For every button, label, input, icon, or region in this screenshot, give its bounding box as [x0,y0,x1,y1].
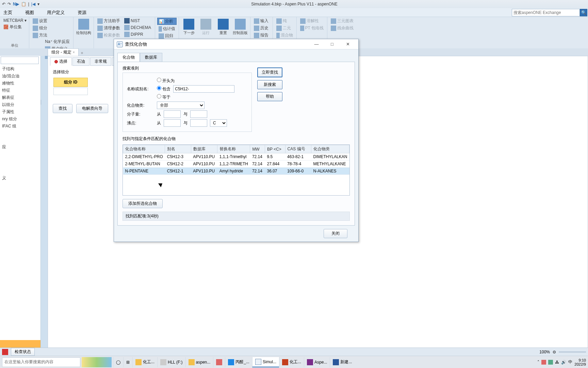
mw-from-input[interactable] [164,110,181,118]
taskbar-taskview[interactable]: ⊞ [123,357,132,367]
nav-item[interactable]: 解表征 [0,94,40,101]
subtab-petro[interactable]: 石油 [72,57,89,66]
tray-icon[interactable] [541,360,546,365]
tray-up-icon[interactable]: ˄ [537,360,539,365]
check-status-button[interactable]: 检查状态 [11,348,35,356]
tools-dechema[interactable]: DECHEMA [123,25,152,31]
dialog-tab-compounds[interactable]: 化合物 [117,53,140,62]
nav-item[interactable]: 以组分 [0,101,40,108]
exchange-search-input[interactable] [512,9,580,16]
nav-setup[interactable]: 设置 [31,18,71,24]
taskbar-item[interactable]: HLL (F:) [157,357,185,367]
taskbar-item[interactable]: 丙醛_... [225,357,252,367]
name-input[interactable] [173,85,234,93]
tools-clean-params[interactable]: 清理参数 [96,25,121,31]
col-db[interactable]: 数据库 [191,145,217,153]
qat-next-icon[interactable]: N▶ [13,2,19,6]
tray-icon[interactable] [548,360,553,365]
dialog-close-button[interactable]: ✕ [340,40,356,49]
close-icon[interactable]: × [73,50,75,54]
dialog-maximize-button[interactable]: □ [324,40,340,49]
bp-to-input[interactable] [190,119,207,127]
nav-filter-input[interactable] [1,57,39,64]
nav-item[interactable]: 子属性 [0,108,40,116]
nav-item[interactable]: 特征 [0,87,40,94]
taskbar-item[interactable]: aspen... [185,357,213,367]
nav-item[interactable]: 难物性 [0,80,40,87]
col-cas[interactable]: CAS 编号 [285,145,311,153]
exchange-search-button[interactable]: 🔍 [580,9,587,16]
menu-home[interactable]: 主页 [1,9,15,17]
unitset-combo[interactable]: METCBAR ▾ [2,18,27,23]
taskbar-snip[interactable] [213,357,225,367]
tray-date[interactable]: 2022/9 [574,362,586,366]
class-select[interactable]: 全部 [157,102,205,109]
qat-reset-icon[interactable]: |◀ [31,2,35,6]
control-panel-button[interactable]: 控制面板 [232,18,248,35]
doc-tab-components[interactable]: 组分 - 规定 × [48,48,79,56]
nav-tree[interactable]: 子结构 油/混合油 难物性 特征 解表征 以组分 子属性 nry 组分 IFAC… [0,56,41,349]
col-component-id[interactable]: 组分 ID [53,78,88,87]
tools-method-wizard[interactable]: 方法助手 [96,18,121,24]
run-regression[interactable]: 回归 [157,33,177,39]
taskbar-weather[interactable] [82,357,112,367]
radio-begins[interactable]: 开头为 [157,78,175,84]
col-mw[interactable]: MW [250,145,265,153]
result-row[interactable]: 2,2-DIMETHYL-PROC5H12-3APV110.PU1,1,1-Tr… [123,153,349,160]
nav-item[interactable]: 油/混合油 [0,73,40,80]
run-analysis[interactable]: 📊分析 [157,18,177,25]
nav-item[interactable]: 义 [0,174,40,182]
col-name[interactable]: 化合物名称 [123,145,165,153]
col-alt[interactable]: 替换名称 [217,145,250,153]
qat-undo-icon[interactable]: ↶ [2,2,5,6]
summary-history[interactable]: 历史 [252,25,271,31]
result-row[interactable]: 2-METHYL-BUTANC5H12-2APV110.PU1,1,2-TRIM… [123,160,349,168]
close-button[interactable]: 关闭 [324,229,347,238]
mw-to-input[interactable] [190,110,207,118]
new-search-button[interactable]: 新搜索 [257,80,282,89]
nav-item[interactable]: nry 组分 [0,116,40,123]
add-selected-button[interactable]: 添加所选化合物 [122,199,163,208]
result-row-selected[interactable]: N-PENTANEC5H12-1APV110.PUAmyl hydride72.… [123,168,349,175]
help-button[interactable]: 帮助 [257,92,282,101]
qat-more-icon[interactable]: ▾ [37,2,39,6]
taskbar-search[interactable]: 在这里输入你要搜索的内容 [2,357,80,367]
subtab-select[interactable]: 选择 [50,57,72,66]
menu-view[interactable]: 视图 [22,9,37,17]
taskbar-item-active[interactable]: Simul... [252,357,279,367]
dialog-minimize-button[interactable]: — [309,40,324,49]
reset-button[interactable]: 重置 [215,18,231,35]
tray-time[interactable]: 9:10 [574,358,586,362]
dialog-tab-databanks[interactable]: 数据库 [140,53,162,62]
zoom-out-button[interactable]: ⊖ [553,350,556,354]
next-button[interactable]: 下一步 [181,18,197,35]
taskbar-cortana[interactable]: ◯ [113,357,123,367]
required-input-icon[interactable] [2,349,8,355]
bp-unit-select[interactable]: C [210,119,227,127]
menu-userdef[interactable]: 用户定义 [44,9,67,17]
nav-item[interactable]: IFAC 组 [0,123,40,130]
draw-structure-button[interactable]: 绘制结构 [76,18,92,35]
tools-nist[interactable]: NIST [123,18,152,24]
qat-panel-icon[interactable]: 📋 [21,2,26,6]
add-tab-button[interactable]: ＋ [79,50,85,56]
nav-item[interactable]: 应 [0,143,40,151]
nav-item[interactable]: 子结构 [0,65,40,73]
run-button[interactable]: 运行 [198,18,214,35]
qat-redo-icon[interactable]: ↷ [7,2,11,6]
grid-cell[interactable] [53,88,88,95]
tray-volume-icon[interactable]: 🔊 [561,360,566,365]
find-now-button[interactable]: 立即查找 [257,67,282,77]
component-grid[interactable]: 组分 ID [53,77,88,96]
results-table[interactable]: 化合物名称 别名 数据库 替换名称 MW BP <C> CAS 编号 化合物类 … [122,144,350,196]
nav-chemistry[interactable]: Na⁺ 化学反应 [44,39,71,45]
summary-input[interactable]: 输入 [252,18,271,24]
menu-resources[interactable]: 资源 [75,9,89,17]
radio-equals[interactable]: 等于 [157,94,170,100]
taskbar-item[interactable]: 化工... [279,357,304,367]
col-alias[interactable]: 别名 [165,145,191,153]
taskbar-item[interactable]: 新建... [330,357,355,367]
zoom-slider[interactable] [559,351,586,353]
col-bp[interactable]: BP <C> [265,145,285,153]
subtab-nonconv[interactable]: 非常规 [90,57,111,66]
